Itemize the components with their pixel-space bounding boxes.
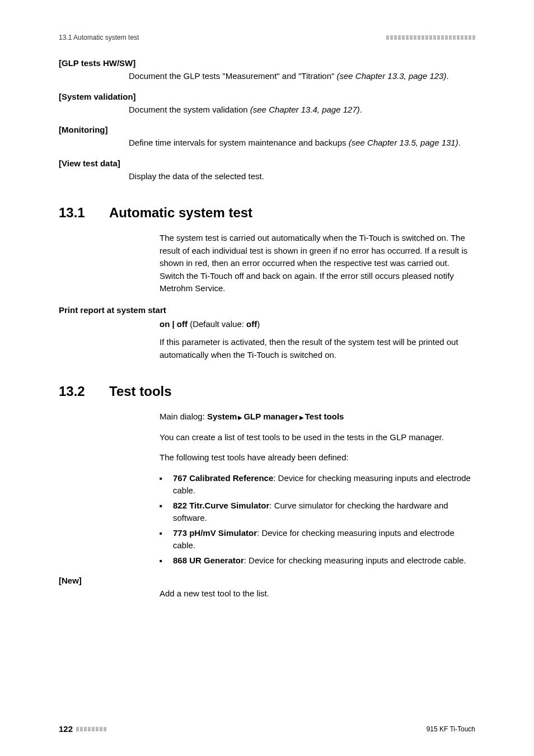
desc-pre: Document the system validation <box>129 105 250 114</box>
def-desc: Document the GLP tests "Measurement" and… <box>129 70 475 83</box>
test-tools-list: 767 Calibrated Reference: Device for che… <box>160 472 475 567</box>
def-monitoring: [Monitoring] Define time intervals for s… <box>59 125 475 150</box>
header-section-label: 13.1 Automatic system test <box>59 34 139 41</box>
list-item: 773 pH/mV Simulator: Device for checking… <box>160 527 475 552</box>
list-item: 767 Calibrated Reference: Device for che… <box>160 472 475 497</box>
page-number: 122 <box>59 724 73 734</box>
def-term: [Monitoring] <box>59 125 475 134</box>
sec132-p2: The following test tools have already be… <box>160 451 475 464</box>
def-term: [New] <box>59 576 475 585</box>
def-glp-tests: [GLP tests HW/SW] Document the GLP tests… <box>59 58 475 83</box>
def-term: [View test data] <box>59 158 475 168</box>
page-footer: 122 915 KF Ti-Touch <box>59 724 475 734</box>
item-bold: 773 pH/mV Simulator <box>173 528 257 538</box>
desc-post: . <box>458 138 461 147</box>
section-13-2-heading: 13.2 Test tools <box>59 384 475 399</box>
triangle-icon: ▶ <box>238 413 242 422</box>
section-title: Test tools <box>109 384 172 399</box>
page-header: 13.1 Automatic system test <box>59 34 475 41</box>
item-bold: 822 Titr.Curve Simulator <box>173 501 269 510</box>
def-desc: Display the data of the selected test. <box>129 170 475 183</box>
desc-italic: (see Chapter 13.5, page 131) <box>349 138 458 147</box>
section-13-1-heading: 13.1 Automatic system test <box>59 205 475 221</box>
item-rest: : Device for checking measuring inputs a… <box>244 556 466 565</box>
param-val-bold2: off <box>246 319 257 329</box>
param-name: Print report at system start <box>59 305 475 315</box>
section-num: 13.2 <box>59 384 92 399</box>
def-term: [GLP tests HW/SW] <box>59 58 475 68</box>
def-view-test-data: [View test data] Display the data of the… <box>59 158 475 183</box>
main-dialog-b3: Test tools <box>305 412 344 421</box>
list-item: 822 Titr.Curve Simulator: Curve simulato… <box>160 500 475 525</box>
main-dialog-b2: GLP manager <box>243 412 298 421</box>
main-dialog-b1: System <box>207 412 237 421</box>
param-val-bold1: on | off <box>160 319 188 329</box>
section-num: 13.1 <box>59 205 92 221</box>
main-dialog-pre: Main dialog: <box>160 412 207 421</box>
footer-decoration <box>76 727 106 731</box>
header-decoration <box>386 35 475 40</box>
def-term: [System validation] <box>59 92 475 101</box>
desc-post: . <box>446 71 448 81</box>
def-new: [New] Add a new test tool to the list. <box>59 576 475 600</box>
footer-product: 915 KF Ti-Touch <box>427 725 475 733</box>
desc-post: . <box>360 105 362 114</box>
param-desc: If this parameter is activated, then the… <box>160 336 475 361</box>
main-dialog-line: Main dialog: System▶GLP manager▶Test too… <box>160 410 475 423</box>
param-val-mid: (Default value: <box>188 319 246 329</box>
def-system-validation: [System validation] Document the system … <box>59 92 475 116</box>
triangle-icon: ▶ <box>299 413 304 422</box>
footer-left: 122 <box>59 724 106 734</box>
def-desc: Document the system validation (see Chap… <box>129 104 475 116</box>
def-desc: Add a new test tool to the list. <box>160 587 475 600</box>
desc-pre: Document the GLP tests "Measurement" and… <box>129 71 336 81</box>
desc-pre: Define time intervals for system mainten… <box>129 138 349 147</box>
section-title: Automatic system test <box>109 205 252 221</box>
desc-italic: (see Chapter 13.4, page 127) <box>250 105 360 114</box>
param-val-post: ) <box>257 319 260 329</box>
list-item: 868 UR Generator: Device for checking me… <box>160 554 475 567</box>
item-bold: 767 Calibrated Reference <box>173 473 273 483</box>
param-value: on | off (Default value: off) <box>160 318 475 331</box>
item-bold: 868 UR Generator <box>173 556 244 565</box>
sec132-p1: You can create a list of test tools to b… <box>160 431 475 444</box>
desc-italic: (see Chapter 13.3, page 123) <box>336 71 446 81</box>
sec131-p1: The system test is carried out automatic… <box>160 232 475 295</box>
def-desc: Define time intervals for system mainten… <box>129 137 475 150</box>
